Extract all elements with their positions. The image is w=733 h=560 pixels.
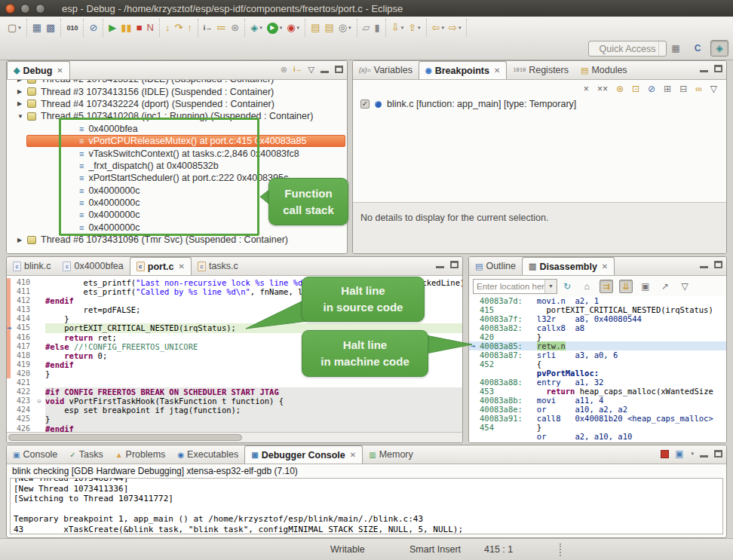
close-tab-icon[interactable]: ✕ (350, 451, 356, 459)
debug-thread-row[interactable]: ▶Thread #4 1073432224 (dport) (Suspended… (7, 98, 347, 110)
step-over-button[interactable]: ↷ (172, 21, 185, 35)
copy-button[interactable]: ▣ (639, 280, 652, 293)
remove-selected-breakpoints-button[interactable]: × (584, 84, 589, 93)
tab-memory[interactable]: ▥Memory (363, 445, 419, 464)
debug-perspective-button[interactable]: ◈ (710, 40, 728, 57)
open-resource-button[interactable]: ▤ (322, 21, 336, 35)
debug-thread-row[interactable]: ▶Thread #2 1073413312 (IDLE) (Suspended … (7, 80, 347, 85)
debug-thread-tree[interactable]: ▶Thread #2 1073413312 (IDLE) (Suspended … (7, 80, 347, 253)
display-console-icon[interactable]: ▣ (675, 449, 683, 458)
use-step-filters-button[interactable]: ⊛ (228, 21, 241, 35)
instruction-stepping-mode-button[interactable]: i→ (293, 65, 302, 74)
skip-all-breakpoints-button[interactable]: ⊘ (648, 84, 655, 93)
tab-modules[interactable]: ▤ Modules (575, 61, 633, 79)
close-tab-icon[interactable]: ✕ (179, 262, 185, 271)
chevron-down-icon[interactable]: ▼ (544, 280, 557, 293)
window-minimize-button[interactable] (20, 4, 30, 14)
collapsed-arrow-icon[interactable]: ▶ (17, 80, 27, 83)
remove-launch-icon[interactable] (661, 450, 669, 458)
window-maximize-button[interactable] (35, 4, 45, 14)
refresh-view-button[interactable]: ↻ (560, 280, 574, 293)
tab-executables[interactable]: ◉Executables (171, 445, 244, 464)
breakpoint-list-item[interactable]: ✓ blink.c [function: app_main] [type: Te… (353, 97, 726, 111)
quick-access-box[interactable]: Quick Access (588, 41, 667, 57)
tab-tasks-c[interactable]: c tasks.c (192, 257, 244, 275)
stack-frame-row[interactable]: ≡vPortCPUReleaseMutex() at port.c:415 0x… (7, 135, 347, 147)
save-all-button[interactable]: ▩ (44, 21, 57, 35)
binary-view-button[interactable]: 010 (64, 21, 80, 35)
tab-debugger-console[interactable]: ▣Debugger Console✕ (244, 445, 363, 464)
suspend-button[interactable]: ▮▮ (118, 21, 133, 35)
show-breakpoints-supported-button[interactable]: ⊛ (616, 84, 624, 93)
last-edit-location-button[interactable]: ⇩▾ (389, 21, 406, 35)
new-wizard-button[interactable]: ▢▾ (5, 21, 23, 35)
step-return-button[interactable]: ↑ (185, 21, 195, 35)
expand-all-button[interactable]: ⊞ (664, 84, 671, 93)
view-menu-button[interactable]: ▽ (710, 84, 717, 93)
go-to-file-for-breakpoint-button[interactable]: ⊡ (632, 84, 639, 93)
tab-problems[interactable]: ▲Problems (109, 445, 172, 464)
forward-button[interactable]: ⇨▾ (446, 21, 463, 35)
back-button[interactable]: ⇦▾ (430, 21, 446, 35)
search-button[interactable]: ◎▾ (336, 21, 354, 35)
location-input[interactable]: Enter location here ▼ (473, 279, 557, 294)
expanded-arrow-icon[interactable]: ▼ (17, 113, 27, 120)
breakpoint-checkbox[interactable]: ✓ (360, 99, 370, 109)
drop-to-frame-button[interactable]: ≔ (214, 21, 228, 35)
debug-thread-row[interactable]: ▼Thread #5 1073410208 (ipc1 : Running) (… (7, 110, 347, 122)
stack-frame-row[interactable]: ≡vTaskSwitchContext() at tasks.c:2,846 0… (7, 147, 347, 159)
maximize-view-icon[interactable] (335, 66, 343, 73)
maximize-view-icon[interactable] (714, 450, 722, 457)
close-tab-icon[interactable]: ✕ (57, 66, 63, 75)
step-into-button[interactable]: ↓ (163, 21, 173, 35)
open-perspective-button[interactable]: ▦ (667, 40, 685, 57)
remove-all-terminated-button[interactable]: ⊗ (281, 65, 287, 74)
go-into-button[interactable]: ⇧▾ (406, 21, 422, 35)
collapse-all-button[interactable]: ⊟ (679, 84, 687, 93)
tab-blink-c[interactable]: c blink.c (7, 257, 57, 275)
disassembly-content[interactable]: 40083a7d: movi.n a2, 1415 portEXIT_CRITI… (469, 296, 726, 442)
debug-button[interactable]: ◈▾ (248, 21, 265, 35)
tab-console[interactable]: ▣Console (7, 445, 63, 464)
tab-0x4000bfea[interactable]: c 0x4000bfea (57, 257, 129, 275)
profile-button[interactable]: ◉▾ (284, 21, 302, 35)
tab-debug[interactable]: ◈ Debug ✕ (7, 61, 70, 79)
maximize-view-icon[interactable] (450, 261, 459, 268)
tab-outline[interactable]: ▤ Outline (469, 257, 522, 275)
window-close-button[interactable] (5, 4, 15, 14)
minimize-view-icon[interactable] (700, 455, 708, 457)
scrollbar-thumb[interactable] (8, 434, 242, 441)
instruction-stepping-button[interactable]: i→ (201, 21, 215, 35)
debug-thread-row[interactable]: ▶Thread #6 1073431096 (Tmr Svc) (Suspend… (7, 234, 347, 246)
external-tools-button[interactable]: ▱ (360, 21, 373, 35)
tab-tasks[interactable]: ✓Tasks (63, 445, 109, 464)
horizontal-scrollbar[interactable] (7, 432, 462, 442)
tab-breakpoints[interactable]: ◉ Breakpoints ✕ (419, 61, 507, 79)
tab-variables[interactable]: (x)= Variables (353, 61, 419, 79)
debug-thread-row[interactable]: ▶Thread #3 1073413156 (IDLE) (Suspended … (7, 85, 347, 97)
minimize-view-icon[interactable] (320, 71, 329, 73)
close-tab-icon[interactable]: ✕ (494, 66, 500, 75)
mark-occurrences-button[interactable]: ▮ (373, 21, 382, 35)
view-menu-button[interactable]: ▽ (308, 65, 314, 74)
minimize-view-icon[interactable] (436, 266, 444, 268)
view-menu-button[interactable]: ▽ (678, 280, 692, 293)
close-tab-icon[interactable]: ✕ (602, 262, 608, 271)
dropdown-arrow-icon[interactable]: ▾ (691, 451, 694, 457)
open-element-button[interactable]: ▤ (308, 21, 322, 35)
terminate-button[interactable]: ■ (134, 21, 145, 35)
collapsed-arrow-icon[interactable]: ▶ (17, 237, 27, 243)
maximize-view-icon[interactable] (714, 65, 722, 72)
track-expression-button[interactable]: ⇉ (600, 280, 613, 293)
export-button[interactable]: ↗ (658, 280, 672, 293)
tab-disassembly[interactable]: ▥ Disassembly ✕ (522, 257, 615, 275)
minimize-view-icon[interactable] (700, 70, 708, 72)
remove-all-breakpoints-button[interactable]: ×× (597, 84, 608, 93)
link-with-debug-view-button[interactable]: ∞ (695, 84, 702, 93)
minimize-view-icon[interactable] (700, 266, 708, 268)
skip-all-breakpoints-button[interactable]: ⊘ (87, 21, 100, 35)
collapsed-arrow-icon[interactable]: ▶ (17, 100, 27, 107)
home-button[interactable]: ⌂ (580, 280, 593, 293)
stack-frame-row[interactable]: ≡0x4000bfea (7, 123, 347, 135)
console-output[interactable]: [New Thread 1073468744][New Thread 10734… (10, 478, 723, 534)
